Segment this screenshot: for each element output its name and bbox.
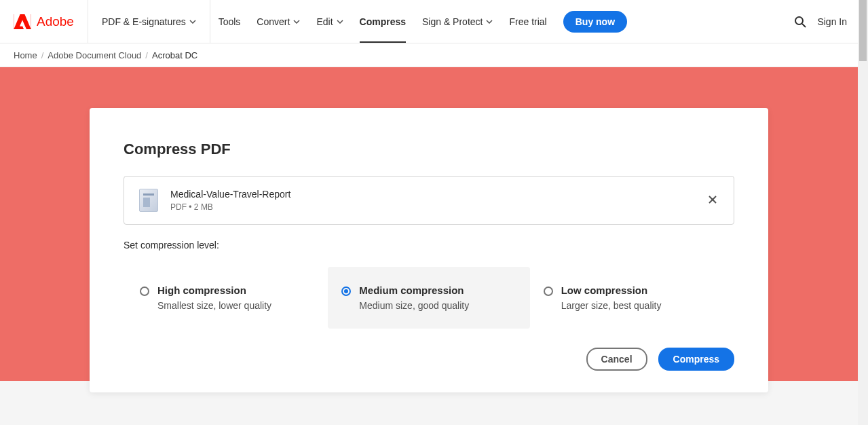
radio-icon <box>140 287 149 296</box>
option-medium-compression[interactable]: Medium compression Medium size, good qua… <box>328 267 529 329</box>
chevron-down-icon <box>293 18 300 25</box>
header-right: Sign In <box>794 16 858 28</box>
logo-area[interactable]: Adobe <box>0 0 88 43</box>
compress-button[interactable]: Compress <box>658 348 734 371</box>
breadcrumb-separator: / <box>145 50 148 60</box>
chevron-down-icon <box>189 18 196 25</box>
file-meta: PDF • 2 MB <box>170 202 290 212</box>
buy-now-button[interactable]: Buy now <box>563 11 627 33</box>
file-info: Medical-Value-Travel-Report PDF • 2 MB <box>170 189 290 212</box>
option-text: Low compression Larger size, best qualit… <box>561 284 662 311</box>
nav-tools[interactable]: Tools <box>210 0 249 43</box>
nav-label: Convert <box>257 16 290 27</box>
top-header: Adobe PDF & E-signatures Tools Convert E… <box>0 0 858 43</box>
action-buttons: Cancel Compress <box>124 348 734 371</box>
card-title: Compress PDF <box>124 141 734 158</box>
radio-icon <box>341 287 351 296</box>
option-text: Medium compression Medium size, good qua… <box>359 284 469 311</box>
radio-icon <box>544 287 553 296</box>
search-icon[interactable] <box>794 16 806 28</box>
scrollbar-track[interactable] <box>858 0 868 425</box>
remove-file-button[interactable] <box>708 195 719 206</box>
compression-level-label: Set compression level: <box>124 240 734 251</box>
scrollbar-thumb[interactable] <box>859 0 867 61</box>
option-text: High compression Smallest size, lower qu… <box>157 284 271 311</box>
breadcrumb-document-cloud[interactable]: Adobe Document Cloud <box>48 50 141 60</box>
compression-options: High compression Smallest size, lower qu… <box>124 267 734 329</box>
option-desc: Larger size, best quality <box>561 300 662 311</box>
nav-pdf-esignatures[interactable]: PDF & E-signatures <box>88 0 210 43</box>
chevron-down-icon <box>337 18 343 25</box>
nav-label: PDF & E-signatures <box>102 16 186 27</box>
file-name: Medical-Value-Travel-Report <box>170 189 290 200</box>
option-desc: Smallest size, lower quality <box>157 300 271 311</box>
breadcrumb-home[interactable]: Home <box>14 50 37 60</box>
nav-edit[interactable]: Edit <box>308 0 351 43</box>
chevron-down-icon <box>486 18 493 25</box>
sign-in-link[interactable]: Sign In <box>817 16 847 27</box>
nav-label: Edit <box>316 16 333 27</box>
nav-label: Sign & Protect <box>422 16 483 27</box>
nav-free-trial[interactable]: Free trial <box>501 0 554 43</box>
option-title: High compression <box>157 284 271 296</box>
breadcrumb-acrobat-dc: Acrobat DC <box>152 50 197 60</box>
nav-label: Compress <box>360 16 406 27</box>
file-box: Medical-Value-Travel-Report PDF • 2 MB <box>124 176 734 225</box>
nav-label: Tools <box>219 16 241 27</box>
file-icon <box>139 189 158 212</box>
option-desc: Medium size, good quality <box>359 300 469 311</box>
nav-compress[interactable]: Compress <box>352 0 414 43</box>
nav-label: Free trial <box>509 16 546 27</box>
nav-sign-protect[interactable]: Sign & Protect <box>414 0 502 43</box>
brand-name: Adobe <box>37 14 74 29</box>
option-title: Low compression <box>561 284 662 296</box>
option-title: Medium compression <box>359 284 469 296</box>
option-high-compression[interactable]: High compression Smallest size, lower qu… <box>126 267 328 329</box>
adobe-logo-icon <box>14 14 31 29</box>
breadcrumb: Home / Adobe Document Cloud / Acrobat DC <box>0 43 858 67</box>
breadcrumb-separator: / <box>41 50 44 60</box>
main-nav: PDF & E-signatures Tools Convert Edit Co… <box>88 0 627 43</box>
compress-card: Compress PDF Medical-Value-Travel-Report… <box>90 108 768 392</box>
cancel-button[interactable]: Cancel <box>586 348 647 371</box>
svg-line-1 <box>802 24 806 27</box>
nav-convert[interactable]: Convert <box>248 0 308 43</box>
option-low-compression[interactable]: Low compression Larger size, best qualit… <box>530 267 732 329</box>
svg-point-0 <box>795 17 803 24</box>
